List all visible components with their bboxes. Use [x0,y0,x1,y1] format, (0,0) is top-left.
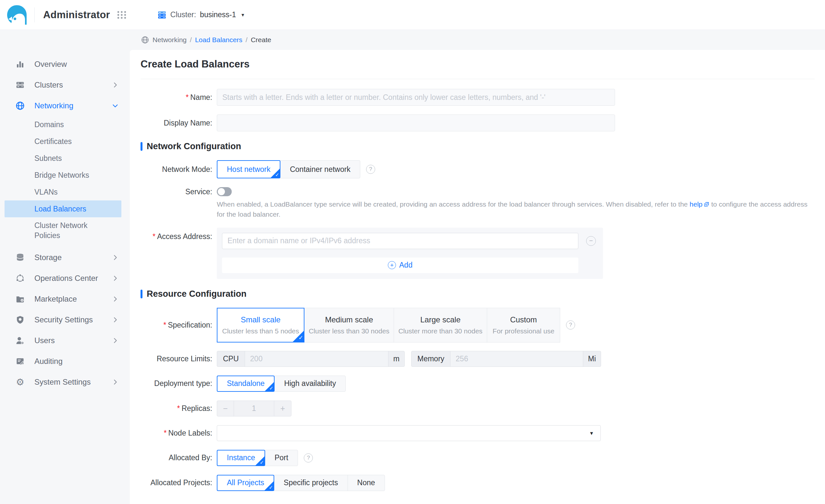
node-labels-select[interactable]: ▼ [217,425,601,441]
replicas-increase-button[interactable]: + [274,401,291,416]
spec-large-scale[interactable]: Large scale Cluster more than 30 nodes [394,308,487,342]
check-icon: ✓ [259,459,264,466]
display-name-row: Display Name: [141,114,815,131]
replicas-label: *Replicas: [141,404,217,413]
cpu-prefix: CPU [217,351,245,366]
network-mode-host-network[interactable]: Host network ✓ [217,160,280,178]
memory-input[interactable] [450,351,583,366]
sidebar-item-operations-center[interactable]: Operations Center [0,268,130,289]
deployment-standalone[interactable]: Standalone ✓ [217,375,275,392]
breadcrumb-section: Networking [153,36,186,44]
sidebar-item-subnets[interactable]: Subnets [0,150,130,167]
section-accent-bar [141,289,143,299]
sidebar-item-bridge-networks[interactable]: Bridge Networks [0,167,130,184]
replicas-decrease-button[interactable]: − [217,401,234,416]
deployment-type-options: Standalone ✓ High availability [217,375,346,392]
allocated-by-help-icon[interactable]: ? [304,453,313,463]
chevron-right-icon [111,337,119,344]
app-title: Administrator [43,9,110,21]
specification-options: Small scale Cluster less than 5 nodes ✓ … [217,308,560,342]
sidebar-item-overview[interactable]: Overview [0,54,130,75]
memory-limit-group: Memory Mi [411,351,601,367]
specification-help-icon[interactable]: ? [566,320,575,330]
apps-grid-icon[interactable] [116,9,128,21]
bar-chart-icon [15,59,25,69]
service-toggle[interactable] [217,187,232,196]
breadcrumb-current: Create [251,36,271,44]
allocated-projects-label: Allocated Projects: [141,478,217,487]
network-mode-help-icon[interactable]: ? [366,165,375,174]
name-input[interactable] [217,89,615,106]
display-name-label: Display Name: [141,119,217,128]
deployment-high-availability[interactable]: High availability [274,375,346,392]
audit-document-icon [15,356,25,366]
network-mode-options: Host network ✓ Container network [217,160,360,178]
check-icon: ✓ [299,335,303,341]
node-labels-row: *Node Labels: ▼ [141,425,815,441]
top-header: Administrator Cluster: business-1 ▼ [0,0,825,30]
resource-limits-label: Resource Limits: [141,354,217,363]
help-link[interactable]: help [690,200,703,208]
sidebar-item-certificates[interactable]: Certificates [0,133,130,150]
allocated-projects-row: Allocated Projects: All Projects ✓ Speci… [141,475,815,491]
sidebar-item-auditing[interactable]: Auditing [0,351,130,372]
service-label: Service: [141,187,217,196]
external-link-icon [703,200,709,209]
chevron-down-icon [111,102,119,109]
service-row: Service: [141,187,815,196]
network-mode-container-network[interactable]: Container network [280,160,360,178]
section-accent-bar [141,142,143,151]
access-address-label: *Access Address: [141,228,217,241]
allocated-by-instance[interactable]: Instance ✓ [217,450,265,466]
sidebar-item-system-settings[interactable]: ⚙ System Settings [0,372,130,393]
network-mode-row: Network Mode: Host network ✓ Container n… [141,160,815,178]
remove-address-button[interactable]: − [586,236,596,246]
chevron-right-icon [111,254,119,261]
allocated-by-port[interactable]: Port [265,450,298,466]
access-address-panel: − + Add [217,228,603,279]
allocated-projects-none[interactable]: None [348,475,385,491]
spec-small-scale[interactable]: Small scale Cluster less than 5 nodes ✓ [217,308,304,342]
spec-medium-scale[interactable]: Medium scale Cluster less than 30 nodes [304,308,394,342]
gear-icon: ⚙ [15,377,25,387]
operations-icon [15,273,25,283]
chevron-right-icon [111,81,119,89]
allocated-projects-all[interactable]: All Projects ✓ [217,475,274,491]
replicas-stepper: − 1 + [217,401,291,416]
spec-custom[interactable]: Custom For professional use [487,308,560,342]
allocated-by-row: Allocated By: Instance ✓ Port ? [141,450,815,466]
resource-limits-row: Resource Limits: CPU m Memory Mi [141,351,815,367]
allocated-by-label: Allocated By: [141,453,217,462]
display-name-input[interactable] [217,114,615,131]
sidebar-item-vlans[interactable]: VLANs [0,184,130,200]
check-icon: ✓ [269,485,273,490]
sidebar-item-clusters[interactable]: Clusters [0,75,130,95]
cpu-limit-group: CPU m [217,351,405,367]
replicas-row: *Replicas: − 1 + [141,401,815,416]
cluster-servers-icon [157,10,166,19]
access-address-input[interactable] [222,233,578,249]
database-icon [15,252,25,263]
allocated-projects-specific[interactable]: Specific projects [274,475,348,491]
sidebar-item-users[interactable]: Users [0,330,130,351]
user-gear-icon [15,335,25,346]
sidebar-item-marketplace[interactable]: Marketplace [0,289,130,310]
sidebar-item-domains[interactable]: Domains [0,116,130,133]
sidebar-item-networking[interactable]: Networking [0,95,130,116]
sidebar-item-security-settings[interactable]: Security Settings [0,310,130,330]
sidebar-item-storage[interactable]: Storage [0,247,130,268]
breadcrumb-link-load-balancers[interactable]: Load Balancers [195,36,242,44]
cluster-label: Cluster: [170,10,196,19]
globe-icon [141,36,149,44]
cluster-selector[interactable]: Cluster: business-1 ▼ [157,10,245,19]
chevron-right-icon [111,379,119,386]
sidebar-item-cluster-network-policies[interactable]: Cluster Network Policies [0,217,130,244]
sidebar-item-load-balancers[interactable]: Load Balancers [5,200,122,217]
add-address-button[interactable]: + Add [222,257,578,273]
cpu-input[interactable] [245,351,388,366]
content-panel: Create Load Balancers *Name: Display Nam… [130,50,825,504]
cluster-name: business-1 [200,10,236,19]
chevron-right-icon [111,296,119,303]
chevron-right-icon [111,316,119,323]
globe-icon [15,100,25,111]
